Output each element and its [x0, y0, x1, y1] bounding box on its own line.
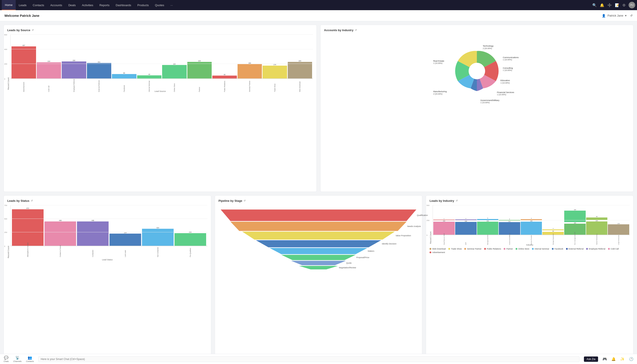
- nav-right: 🔍 🔔 ➕ 📝 ⚙ PJ: [592, 2, 635, 8]
- accounts-pie-chart: Technology 2 (20.00%) Communications 1 (…: [324, 34, 630, 105]
- page-title: Welcome Patrick Jane: [5, 14, 39, 18]
- x-axis-label-status: Lead Status: [7, 258, 207, 261]
- contacts-label: Contacts: [26, 360, 34, 362]
- label-communications-sub: 1 (10.00%): [503, 58, 512, 61]
- legend-cold-call: Cold Call: [608, 248, 619, 250]
- pipeline-stage-refresh[interactable]: ↺: [243, 199, 245, 202]
- accounts-by-industry-card: Accounts by Industry ↺: [320, 25, 633, 192]
- legend-internal-seminar: Internal Seminar: [532, 248, 549, 250]
- channels-label: Channels: [13, 360, 22, 362]
- nav-dashboards[interactable]: Dashboards: [113, 0, 134, 10]
- legend-partner: Partner: [504, 248, 513, 250]
- accounts-by-industry-title: Accounts by Industry ↺: [324, 28, 630, 32]
- leads-by-industry-title: Leads by Industry ↺: [430, 199, 630, 202]
- label-financial-sub: 1 (10.00%): [497, 94, 506, 96]
- bottom-section: Leads by Status ↺ Record Count 750 500 2…: [4, 195, 633, 360]
- nav-quotes[interactable]: Quotes: [152, 0, 167, 10]
- bell-bottom-icon[interactable]: 🔔: [611, 357, 616, 361]
- user-icon: 👤: [602, 14, 605, 18]
- funnel-stage-2: Needs Analysis: [230, 222, 407, 231]
- legend-public-relations: Public Relations: [484, 248, 501, 250]
- bell-icon[interactable]: 🔔: [600, 3, 604, 7]
- x-labels-industry: Data/Telecom OEM ERP Management/ISV Gove…: [433, 235, 630, 245]
- pie-svg: Technology 2 (20.00%) Communications 1 (…: [324, 34, 630, 105]
- ask-zia-button[interactable]: Ask Zia: [584, 356, 598, 362]
- x-labels-status: Attempted to Contact Contact in Future C…: [11, 246, 207, 257]
- funnel-chart: Qualification Needs Analysis Value Propo…: [218, 205, 419, 274]
- y-label-status: Record Count: [7, 205, 10, 258]
- nav-more[interactable]: ···: [167, 0, 176, 10]
- settings-icon[interactable]: ⚙: [622, 3, 625, 7]
- funnel-stage-8: Negotiation/Review: [299, 266, 338, 270]
- funnel-stage-4: Identify Decision: [256, 240, 381, 247]
- y-label-industry: Record Count: [430, 205, 432, 244]
- industry-legend: Web Download Trade Show Seminar Partner …: [430, 248, 630, 254]
- funnel-stage-5: Makers: [270, 248, 367, 254]
- top-navigation: Home Leads Contacts Accounts Deals Activ…: [0, 0, 637, 10]
- label-technology: Technology: [483, 45, 494, 47]
- accounts-industry-refresh[interactable]: ↺: [355, 29, 357, 32]
- pipeline-by-stage-title: Pipeline by Stage ↺: [218, 199, 419, 202]
- leads-status-refresh[interactable]: ↺: [31, 199, 33, 202]
- legend-advertisement: Advertisement: [430, 251, 445, 254]
- label-financial: Financial Services: [497, 91, 514, 94]
- funnel-stage-6: Proposal/Price: [281, 255, 356, 260]
- nav-home[interactable]: Home: [2, 0, 16, 10]
- nav-reports[interactable]: Reports: [96, 0, 113, 10]
- legend-external-referral: External Referral: [566, 248, 584, 250]
- funnel-stage-7: Quote: [291, 261, 346, 265]
- welcome-bar: Welcome Patrick Jane 👤 Patrick Jane ▾ ↺: [0, 10, 637, 21]
- bottom-chats[interactable]: 💬 Chats: [4, 356, 9, 362]
- legend-web-download: Web Download: [430, 248, 446, 250]
- label-realestate: Real Estate: [433, 60, 444, 62]
- magic-icon[interactable]: ✨: [620, 357, 624, 361]
- chats-icon: 💬: [4, 356, 9, 360]
- y-gridlines: 600 400 200 0: [11, 34, 313, 79]
- legend-seminar-partner: Seminar Partner: [464, 248, 482, 250]
- funnel-stage-1: Qualification: [221, 210, 417, 221]
- contacts-icon: 👥: [28, 356, 32, 360]
- bottom-bar: 💬 Chats 📡 Channels 👥 Contacts Ask Zia 🎮 …: [0, 354, 637, 364]
- label-education: Education: [501, 79, 510, 82]
- nav-contacts[interactable]: Contacts: [30, 0, 47, 10]
- edit-icon[interactable]: 📝: [615, 3, 619, 7]
- nav-deals[interactable]: Deals: [65, 0, 79, 10]
- chats-label: Chats: [4, 360, 9, 362]
- nav-leads[interactable]: Leads: [16, 0, 30, 10]
- leads-by-source-title: Leads by Source ↺: [7, 28, 313, 32]
- nav-accounts[interactable]: Accounts: [47, 0, 65, 10]
- y-axis-label-source: Record Count: [7, 34, 10, 90]
- channels-icon: 📡: [15, 356, 20, 360]
- leads-industry-refresh[interactable]: ↺: [456, 199, 458, 202]
- leads-by-source-chart: Record Count 600 400 200 0 437: [7, 34, 313, 96]
- search-icon[interactable]: 🔍: [592, 3, 597, 7]
- clock-icon[interactable]: 🕐: [629, 357, 633, 361]
- bottom-channels[interactable]: 📡 Channels: [13, 356, 22, 362]
- label-realestate-sub: 1 (10.00%): [433, 62, 443, 64]
- y-gridlines-industry: 500 250 0: [433, 205, 630, 235]
- leads-source-refresh[interactable]: ↺: [32, 29, 34, 32]
- gamepad-icon[interactable]: 🎮: [602, 357, 607, 361]
- smart-chat-input[interactable]: [38, 356, 579, 362]
- user-name[interactable]: Patrick Jane: [607, 14, 623, 17]
- refresh-icon-welcome[interactable]: ↺: [630, 14, 632, 17]
- label-education-sub: 1 (10.00%): [501, 82, 510, 84]
- nav-products[interactable]: Products: [134, 0, 152, 10]
- leads-by-industry-card: Leads by Industry ↺ Record Count 500 250…: [426, 195, 633, 360]
- label-consulting: Consulting: [503, 67, 513, 69]
- user-dropdown-arrow[interactable]: ▾: [625, 14, 626, 17]
- label-technology-sub: 2 (20.00%): [483, 47, 492, 50]
- x-labels-source: Advertisement Cold Call Employee Referra…: [11, 79, 313, 92]
- plus-icon[interactable]: ➕: [607, 3, 612, 7]
- pipeline-by-stage-card: Pipeline by Stage ↺ Qualification Needs …: [215, 195, 422, 360]
- label-government: Government/Military: [480, 99, 499, 102]
- label-government-sub: 1 (10.00%): [480, 102, 490, 104]
- legend-online-store: Online Store: [516, 248, 529, 250]
- y-gridlines-status: 750 500 250 0: [11, 205, 207, 246]
- leads-by-industry-chart: Record Count 500 250 0 1 219: [430, 205, 630, 244]
- leads-by-status-title: Leads by Status ↺: [7, 199, 207, 202]
- label-manufacturing-sub: 2 (20.00%): [433, 93, 443, 95]
- bottom-contacts[interactable]: 👥 Contacts: [26, 356, 34, 362]
- user-avatar[interactable]: PJ: [628, 2, 635, 8]
- nav-activities[interactable]: Activities: [79, 0, 96, 10]
